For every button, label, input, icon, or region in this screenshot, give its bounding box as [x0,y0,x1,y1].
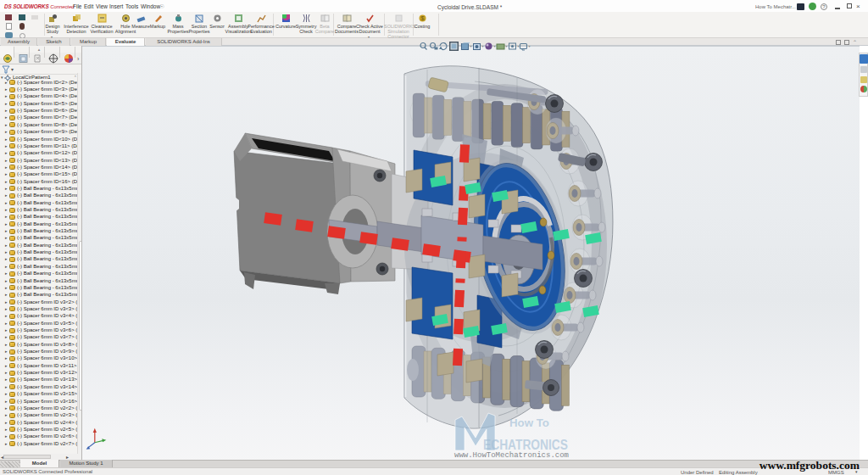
svg-text:How To: How To [509,416,549,429]
svg-text:▾: ▾ [11,67,14,72]
svg-text:ECHATRONICS: ECHATRONICS [483,438,568,452]
svg-text:›: › [77,56,80,62]
